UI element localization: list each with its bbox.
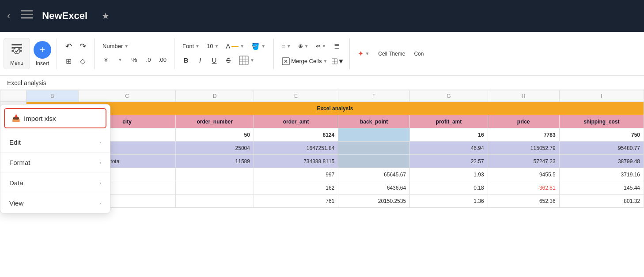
textdir-icon: ⇔: [316, 43, 321, 49]
number-format-row: ¥ ▼ % .0 .00: [100, 53, 169, 66]
format-menu-item[interactable]: Format ›: [0, 152, 110, 172]
con-button[interactable]: Con: [411, 49, 426, 58]
cell-h-7[interactable]: -362.81: [488, 181, 559, 195]
strikethrough-button[interactable]: S: [222, 54, 235, 67]
number-dropdown[interactable]: Number ▼: [100, 41, 169, 51]
svg-rect-3: [11, 44, 22, 45]
cell-g-8[interactable]: 1.36: [410, 195, 488, 208]
redo-button[interactable]: ↷: [76, 40, 89, 52]
col-F-header[interactable]: F: [338, 90, 410, 102]
import-xlsx-button[interactable]: 📥 Import xlsx: [4, 108, 106, 128]
font-dropdown[interactable]: Font ▼: [180, 41, 202, 51]
col-D-header[interactable]: D: [176, 90, 254, 102]
menu-button[interactable]: Menu: [4, 38, 30, 69]
font-size-arrow: ▼: [214, 44, 219, 49]
cell-f-2[interactable]: [338, 142, 410, 155]
cell-h-6[interactable]: 9455.5: [488, 168, 559, 181]
table-style-button[interactable]: ▼: [236, 54, 257, 67]
bold-button[interactable]: B: [180, 54, 192, 67]
cell-i-3[interactable]: 38799.48: [559, 155, 644, 168]
percent-button[interactable]: %: [128, 53, 140, 66]
wrap-button[interactable]: ≣: [330, 40, 343, 52]
cell-border-button[interactable]: ▼: [332, 55, 344, 67]
format-label: Format: [9, 159, 30, 166]
divider-1: [57, 38, 57, 69]
erase-icon[interactable]: ◇: [76, 55, 89, 67]
comma-button-2[interactable]: .00: [156, 53, 169, 66]
cell-d-6[interactable]: [176, 168, 254, 181]
col-I-header[interactable]: I: [559, 90, 644, 102]
col-E-header[interactable]: E: [254, 90, 338, 102]
font-style-row: B I U S ▼: [180, 54, 268, 67]
col-B-header[interactable]: B: [26, 90, 78, 102]
cell-h-3[interactable]: 57247.23: [488, 155, 559, 168]
col-shipping-cost: shipping_cost: [559, 115, 644, 128]
cell-h-1[interactable]: 7783: [488, 128, 559, 142]
data-menu-item[interactable]: Data ›: [0, 172, 110, 193]
row-num-header: [0, 90, 27, 102]
cell-d-3[interactable]: 11589: [176, 155, 254, 168]
col-G-header[interactable]: G: [410, 90, 488, 102]
cell-e-3[interactable]: 734388.8115: [254, 155, 338, 168]
cell-e-6[interactable]: 997: [254, 168, 338, 181]
cell-i-6[interactable]: 3719.16: [559, 168, 644, 181]
cell-e-2[interactable]: 1647251.84: [254, 142, 338, 155]
cell-f-6[interactable]: 65645.67: [338, 168, 410, 181]
valign-button[interactable]: ⊕ ▼: [295, 41, 311, 51]
cell-f-3[interactable]: [338, 155, 410, 168]
svg-rect-2: [21, 17, 33, 19]
cell-e-7[interactable]: 162: [254, 181, 338, 195]
edit-menu-item[interactable]: Edit ›: [0, 132, 110, 152]
cell-theme-button[interactable]: Cell Theme: [375, 49, 408, 58]
cell-h-8[interactable]: 652.36: [488, 195, 559, 208]
italic-button[interactable]: I: [194, 54, 206, 67]
textdir-button[interactable]: ⇔ ▼: [313, 41, 329, 51]
cell-i-7[interactable]: 145.44: [559, 181, 644, 195]
merge-row: Merge Cells ▼ ▼: [279, 55, 344, 67]
cell-d-7[interactable]: [176, 181, 254, 195]
column-header-row: B C D E F G H I: [0, 90, 644, 102]
cell-g-1[interactable]: 16: [410, 128, 488, 142]
format-icon-1[interactable]: ⊞: [62, 55, 75, 67]
merge-cells-button[interactable]: Merge Cells ▼: [279, 56, 330, 67]
cell-e-8[interactable]: 761: [254, 195, 338, 208]
data-chevron: ›: [99, 180, 101, 186]
cell-i-8[interactable]: 801.32: [559, 195, 644, 208]
cell-g-3[interactable]: 22.57: [410, 155, 488, 168]
cell-f-7[interactable]: 6436.64: [338, 181, 410, 195]
menu-icon: [10, 41, 24, 58]
cell-h-2[interactable]: 115052.79: [488, 142, 559, 155]
conditional-button[interactable]: ✦ ▼: [355, 48, 372, 59]
font-color-button[interactable]: A ▼: [223, 41, 247, 51]
cell-d-8[interactable]: [176, 195, 254, 208]
cell-f-1[interactable]: [338, 128, 410, 142]
fill-color-button[interactable]: 🪣 ▼: [249, 41, 268, 52]
cell-i-2[interactable]: 95480.77: [559, 142, 644, 155]
divider-4: [273, 38, 274, 69]
underline-button[interactable]: U: [208, 54, 220, 67]
font-size-dropdown[interactable]: 10 ▼: [204, 41, 221, 51]
currency-arrow[interactable]: ▼: [114, 53, 126, 66]
number-arrow: ▼: [124, 44, 129, 49]
cell-g-2[interactable]: 46.94: [410, 142, 488, 155]
col-C-header[interactable]: C: [78, 90, 176, 102]
back-button[interactable]: ‹: [7, 10, 10, 22]
insert-button[interactable]: +: [34, 41, 51, 59]
col-H-header[interactable]: H: [488, 90, 559, 102]
cell-d-1[interactable]: 50: [176, 128, 254, 142]
cell-g-7[interactable]: 0.18: [410, 181, 488, 195]
cell-d-2[interactable]: 25004: [176, 142, 254, 155]
cell-i-1[interactable]: 750: [559, 128, 644, 142]
svg-rect-0: [21, 10, 33, 11]
halign-button[interactable]: ≡ ▼: [279, 41, 294, 51]
currency-button[interactable]: ¥: [100, 53, 112, 66]
cell-f-8[interactable]: 20150.2535: [338, 195, 410, 208]
favorite-icon[interactable]: ★: [102, 11, 110, 21]
comma-button-1[interactable]: .0: [142, 53, 155, 66]
cell-e-1[interactable]: 8124: [254, 128, 338, 142]
cell-g-6[interactable]: 1.93: [410, 168, 488, 181]
view-menu-item[interactable]: View ›: [0, 193, 110, 213]
undo-button[interactable]: ↶: [62, 40, 75, 52]
font-top-row: Font ▼ 10 ▼ A ▼ 🪣 ▼: [180, 41, 268, 52]
toolbar: Menu + Insert ↶ ↷ ⊞ ◇ Number ▼ ¥ ▼ % .0 …: [0, 32, 644, 76]
